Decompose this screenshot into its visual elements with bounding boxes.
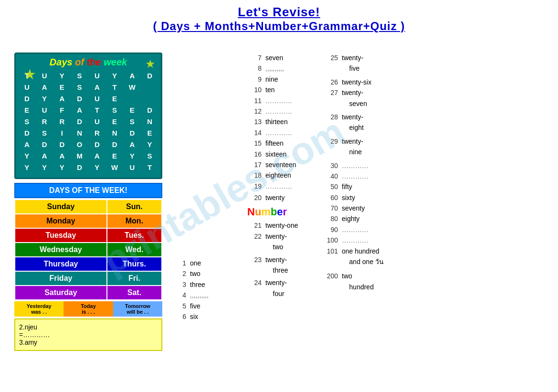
num-row-5: 5five [172,301,233,311]
num-row-200: 200two hundred [324,271,386,292]
num-row-40: 40………… [324,171,386,181]
num-row-3: 3three [172,279,233,290]
num-row-1: 1one [172,258,233,268]
yt-row: Yesterdaywas . . Todayis . . . Tomorroww… [14,301,162,317]
num-row-23: 23twenty- three [247,254,309,276]
num-row-12: 12………… [247,106,309,117]
day-abbr-friday: Fri. [107,271,162,286]
day-abbr-monday: Mon. [107,214,162,228]
num-row-4: 4,,,,,,,,,, [172,290,233,300]
tomorrow-cell: Tomorrowwill be . . [113,301,162,317]
day-abbr-wednesday: Wed. [107,243,162,257]
numbers-col2: 7seven 8,,,,,,,,,, 9nine 10ten 11………… 12… [247,53,309,299]
num-row-20: 20twenty [247,192,309,203]
num-row-80: 80eighty [324,213,386,224]
day-name-saturday: Saturday [15,286,107,300]
num-row-70: 70seventy [324,203,386,213]
day-row-wednesday: Wednesday Wed. [15,243,162,257]
num-row-18: 18eighteen [247,170,309,180]
exercise-line1: 2.njeu [19,323,158,331]
title-line1: Let's Revise! [0,5,558,20]
day-row-monday: Monday Mon. [15,214,162,228]
num-row-90: 90………… [324,224,386,235]
num-row-10: 10ten [247,85,309,95]
num-row-14: 14………… [247,127,309,138]
numbers-col3: 25twenty- five 26twenty-six 27twenty- se… [324,53,386,292]
num-row-8: 8,,,,,,,,,, [247,63,309,74]
day-name-friday: Friday [15,271,107,286]
num-row-2: 2two [172,268,233,279]
number-section-header: Number [247,206,309,218]
day-name-tuesday: Tuesday [15,228,107,243]
num-row-19: 19………… [247,181,309,191]
days-table: Sunday Sun. Monday Mon. Tuesday Tues. We… [14,199,162,300]
yesterday-cell: Yesterdaywas . . [14,301,63,317]
num-row-9: 9nine [247,74,309,85]
exercise-line3: 3.amy [19,339,158,346]
num-row-17: 17seventeen [247,159,309,170]
day-abbr-tuesday: Tues. [107,228,162,243]
num-row-100: 100………… [324,235,386,245]
word-grid: T U Y S U Y A D U A E S A T W D Y A D U … [19,71,158,173]
today-cell: Todayis . . . [63,301,113,317]
exercise-section: 2.njeu =………… 3.amy [14,318,162,351]
day-abbr-thursday: Thurs. [107,257,162,271]
day-row-saturday: Saturday Sat. [15,286,162,300]
num-row-101: 101one hundred and one วัน [324,246,386,267]
page-title: Let's Revise! ( Days + Months+Number+Gra… [0,0,558,35]
num-row-16: 16sixteen [247,149,309,159]
num-row-26: 26twenty-six [324,77,386,87]
num-row-60: 60sixty [324,192,386,203]
num-row-30: 30………… [324,160,386,171]
day-abbr-sunday: Sun. [107,200,162,214]
numbers-21-24: 21twenty-one 22twenty- two 23twenty- thr… [247,220,309,299]
num-row-50: 50fifty [324,181,386,192]
num-row-28: 28twenty- eight [324,112,386,133]
num-row-24: 24twenty- four [247,277,309,299]
num-row-13: 13thirteen [247,117,309,127]
num-row-7: 7seven [247,53,309,63]
main-content: 1one 2two 3three 4,,,,,,,,,, 5five 6six … [172,53,548,322]
word-search-container: Days of the week ★ ★ T U Y S U Y A D U A… [14,53,162,179]
num-row-22: 22twenty- two [247,231,309,253]
num-row-25: 25twenty- five [324,53,386,74]
day-row-thursday: Thursday Thurs. [15,257,162,271]
day-name-monday: Monday [15,214,107,228]
num-row-21: 21twenty-one [247,220,309,231]
numbers-col1: 1one 2two 3three 4,,,,,,,,,, 5five 6six [172,258,233,322]
day-abbr-saturday: Sat. [107,286,162,300]
left-panel: Days of the week ★ ★ T U Y S U Y A D U A… [14,53,162,351]
exercise-line2: =………… [19,331,158,339]
day-row-friday: Friday Fri. [15,271,162,286]
num-row-29: 29twenty- nine [324,136,386,158]
day-name-sunday: Sunday [15,200,107,214]
day-name-wednesday: Wednesday [15,243,107,257]
ws-title: Days of the week [19,57,158,68]
day-name-thursday: Thursday [15,257,107,271]
num-row-11: 11………… [247,95,309,106]
day-row-tuesday: Tuesday Tues. [15,228,162,243]
title-line2: ( Days + Months+Number+Grammar+Quiz ) [0,20,558,33]
num-row-15: 15fifteen [247,138,309,148]
day-row-sunday: Sunday Sun. [15,200,162,214]
num-row-6: 6six [172,311,233,322]
num-row-27: 27twenty- seven [324,87,386,109]
days-header: DAYS OF THE WEEK! [14,183,162,198]
